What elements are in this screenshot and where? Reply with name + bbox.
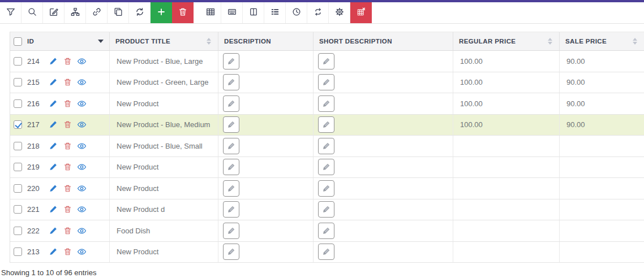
regular-price-cell[interactable] [453,199,560,220]
header-sale-price[interactable]: SALE PRICE [560,32,644,50]
delete-row-icon[interactable] [63,184,72,193]
edit-row-icon[interactable] [49,141,58,151]
keyboard-shortcuts-button[interactable] [221,2,243,23]
row-checkbox[interactable] [14,142,22,150]
edit-description-button[interactable] [223,201,239,218]
regular-price-cell[interactable]: 100.00 [453,51,560,72]
view-row-icon[interactable] [77,162,87,172]
header-id[interactable]: ID [10,32,110,50]
edit-short-description-button[interactable] [318,138,334,154]
delete-row-icon[interactable] [63,141,72,151]
delete-selected-button[interactable] [172,2,194,23]
sort-desc-icon[interactable] [98,40,104,43]
edit-short-description-button[interactable] [318,201,334,218]
sale-price-cell[interactable]: 90.00 [560,51,644,72]
edit-description-button[interactable] [223,74,239,90]
sitemap-button[interactable] [65,2,86,23]
row-checkbox[interactable] [14,78,22,86]
search-button[interactable] [22,2,43,23]
view-row-icon[interactable] [77,77,87,87]
edit-short-description-button[interactable] [318,244,334,260]
row-checkbox[interactable] [14,247,22,256]
edit-short-description-button[interactable] [318,116,334,133]
edit-short-description-button[interactable] [318,159,334,175]
edit-description-button[interactable] [223,116,239,133]
sale-price-cell[interactable]: 90.00 [560,72,644,93]
row-checkbox[interactable] [14,184,22,193]
view-row-icon[interactable] [77,247,87,257]
settings-button[interactable] [329,2,350,23]
duplicate-button[interactable] [108,2,129,23]
edit-row-icon[interactable] [49,120,58,129]
edit-row-icon[interactable] [49,205,58,214]
header-regular-price[interactable]: REGULAR PRICE [453,32,560,50]
link-button[interactable] [86,2,108,23]
regular-price-cell[interactable] [453,178,560,199]
sort-icon[interactable] [207,38,211,45]
row-checkbox[interactable] [14,163,22,171]
view-row-icon[interactable] [77,205,87,214]
edit-description-button[interactable] [223,244,239,260]
delete-row-icon[interactable] [63,205,72,214]
clear-table-button[interactable] [350,2,372,23]
edit-row-icon[interactable] [49,162,58,172]
delete-row-icon[interactable] [63,162,72,172]
edit-description-button[interactable] [223,159,239,175]
sale-price-cell[interactable]: 90.00 [560,93,644,114]
edit-row-icon[interactable] [49,77,58,87]
header-product-title[interactable]: PRODUCT TITLE [110,32,218,50]
row-checkbox[interactable] [14,120,22,129]
table-view-button[interactable] [200,2,221,23]
refresh-button[interactable] [129,2,151,23]
sale-price-cell[interactable]: 90.00 [560,115,644,136]
select-all-checkbox[interactable] [14,37,22,46]
columns-button[interactable] [243,2,264,23]
row-checkbox[interactable] [14,99,22,108]
bulk-edit-button[interactable] [43,2,65,23]
view-row-icon[interactable] [77,226,87,236]
edit-description-button[interactable] [223,180,239,197]
regular-price-cell[interactable] [453,157,560,178]
sale-price-cell[interactable] [560,136,644,157]
filter-button[interactable] [0,2,22,23]
delete-row-icon[interactable] [63,77,72,87]
sync-button[interactable] [307,2,329,23]
sort-icon[interactable] [633,38,637,45]
edit-row-icon[interactable] [49,57,58,66]
edit-description-button[interactable] [223,138,239,154]
delete-row-icon[interactable] [63,226,72,236]
edit-description-button[interactable] [223,223,239,239]
regular-price-cell[interactable]: 100.00 [453,115,560,136]
regular-price-cell[interactable] [453,136,560,157]
list-view-button[interactable] [264,2,286,23]
edit-description-button[interactable] [223,53,239,70]
sale-price-cell[interactable] [560,242,644,263]
regular-price-cell[interactable]: 100.00 [453,72,560,93]
edit-description-button[interactable] [223,95,239,112]
view-row-icon[interactable] [77,57,87,66]
view-row-icon[interactable] [77,120,87,129]
edit-short-description-button[interactable] [318,180,334,197]
view-row-icon[interactable] [77,141,87,151]
row-checkbox[interactable] [14,57,22,66]
history-button[interactable] [286,2,307,23]
row-checkbox[interactable] [14,205,22,214]
regular-price-cell[interactable] [453,220,560,241]
edit-row-icon[interactable] [49,99,58,108]
delete-row-icon[interactable] [63,57,72,66]
regular-price-cell[interactable]: 100.00 [453,93,560,114]
edit-row-icon[interactable] [49,226,58,236]
edit-short-description-button[interactable] [318,74,334,90]
edit-row-icon[interactable] [49,247,58,257]
sort-icon[interactable] [548,38,552,45]
delete-row-icon[interactable] [63,120,72,129]
delete-row-icon[interactable] [63,99,72,108]
row-checkbox[interactable] [14,227,22,235]
view-row-icon[interactable] [77,184,87,193]
add-new-button[interactable] [151,2,172,23]
edit-row-icon[interactable] [49,184,58,193]
edit-short-description-button[interactable] [318,223,334,239]
sale-price-cell[interactable] [560,199,644,220]
sale-price-cell[interactable] [560,220,644,241]
sale-price-cell[interactable] [560,178,644,199]
